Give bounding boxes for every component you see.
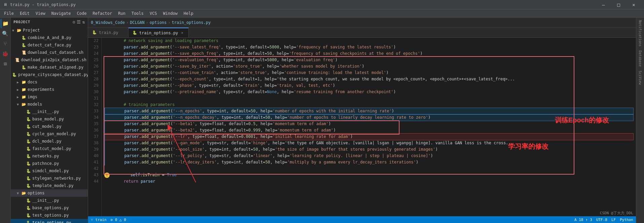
- tree-label-11: __init__.py: [32, 109, 59, 114]
- editor-area: 2223242526272829303132333435363738394041…: [88, 38, 636, 223]
- sidebar-tree-item-1[interactable]: 🐍combine_A_and_B.py: [11, 34, 88, 41]
- tab-train-py-icon: 🐍: [92, 30, 97, 35]
- menu-code[interactable]: Code: [74, 10, 89, 16]
- tab-train-options-close[interactable]: ✕: [180, 30, 185, 35]
- tab-train-py[interactable]: 🐍 train.py: [88, 28, 128, 37]
- sidebar-tree-item-8[interactable]: ▶📁experiments: [11, 86, 88, 93]
- activity-git[interactable]: ⑂: [1, 39, 10, 48]
- sidebar-tree-item-4[interactable]: 📜download_pix2pix_dataset.sh: [11, 56, 88, 64]
- sidebar-tree-item-21[interactable]: 🐍template_model.py: [11, 182, 88, 189]
- tree-icon-2: 🐍: [22, 43, 26, 47]
- menu-window[interactable]: Window: [160, 10, 180, 16]
- sidebar-tree-item-22[interactable]: ▼📂options: [11, 189, 88, 197]
- tree-icon-11: 🐍: [26, 110, 31, 114]
- breadcrumb-file[interactable]: train_options.py: [172, 20, 211, 25]
- line-num-35: 35: [88, 121, 99, 127]
- breadcrumb-dclgan[interactable]: DCLGAN: [130, 20, 144, 25]
- activity-extensions[interactable]: ⊞: [1, 59, 10, 69]
- sidebar-tree-item-26[interactable]: 🐍train_options.py: [11, 219, 88, 223]
- sidebar-tree-item-12[interactable]: 🐍base_model.py: [11, 115, 88, 123]
- close-button[interactable]: ✕: [626, 0, 641, 9]
- menu-navigate[interactable]: Navigate: [49, 10, 74, 16]
- line-num-29: 29: [88, 82, 99, 89]
- title-bar: 🖥 train.py - train_options.py — □ ✕: [0, 0, 644, 9]
- tab-bar: 🐍 train.py 🐍 train_options.py ✕: [88, 28, 636, 38]
- tree-label-2: detect_cat_face.py: [28, 43, 71, 47]
- activity-search[interactable]: 🔍: [1, 29, 10, 38]
- sidebar-tree-item-23[interactable]: 🐍__init__.py: [11, 197, 88, 204]
- menu-view[interactable]: View: [33, 10, 48, 16]
- status-left: ⑂ train ⊘ 0 △ 0: [91, 218, 126, 222]
- menu-edit[interactable]: Edit: [17, 10, 32, 16]
- breadcrumb-root[interactable]: 0_Windows_Code: [91, 20, 125, 25]
- code-line-32: # training parameters: [104, 102, 633, 108]
- maximize-button[interactable]: □: [611, 0, 626, 9]
- tree-arrow-9: ▶: [17, 95, 21, 99]
- tree-arrow-22: ▼: [17, 191, 21, 195]
- line-num-43: 43: [88, 172, 99, 178]
- tree-icon-15: 🐍: [26, 139, 31, 144]
- menu-file[interactable]: File: [1, 10, 16, 16]
- code-line-23: parser.add_argument('--save_latest_freq'…: [104, 44, 633, 50]
- activity-debug[interactable]: 🐞: [1, 49, 10, 59]
- sidebar-tree: ▼📂Project🐍combine_A_and_B.py🐍detect_cat_…: [11, 27, 88, 223]
- sidebar-tree-item-11[interactable]: 🐍__init__.py: [11, 108, 88, 115]
- sidebar-tree-item-25[interactable]: 🐍test_options.py: [11, 212, 88, 219]
- tab-train-options-py-icon: 🐍: [132, 31, 137, 35]
- status-git-branch[interactable]: ⑂ train: [91, 218, 107, 222]
- sidebar-tree-item-3[interactable]: 📜download_cut_dataset.sh: [11, 49, 88, 56]
- sidebar-tree-item-5[interactable]: 🐍make_dataset_aligned.py: [11, 64, 88, 71]
- line-num-38: 38: [88, 140, 99, 146]
- breadcrumb-sep-1: ›: [126, 20, 128, 25]
- tree-label-6: prepare_cityscapes_dataset.py: [18, 72, 88, 77]
- sidebar-tree-item-0[interactable]: ▼📂Project: [11, 27, 88, 34]
- sidebar-tree-item-20[interactable]: 🐍stylegan_networks.py: [11, 175, 88, 182]
- line-num-40: 40: [88, 153, 99, 159]
- menu-refactor[interactable]: Refactor: [90, 10, 115, 16]
- sidebar-tree-item-13[interactable]: 🐍cut_model.py: [11, 123, 88, 130]
- tab-train-options-py[interactable]: 🐍 train_options.py ✕: [128, 28, 189, 37]
- sidebar-tree-item-17[interactable]: 🐍networks.py: [11, 152, 88, 160]
- menu-run[interactable]: Run: [115, 10, 128, 16]
- right-notifications[interactable]: Notifications: [637, 19, 643, 48]
- tree-label-25: test_options.py: [32, 213, 69, 218]
- sidebar-tree-item-10[interactable]: ▼📂models: [11, 101, 88, 108]
- right-sciview[interactable]: SciView: [637, 69, 643, 86]
- tree-arrow-7: ▶: [17, 80, 21, 84]
- sidebar-collapse-icon[interactable]: ☰: [77, 20, 81, 25]
- line-num-39: 39: [88, 146, 99, 153]
- tree-icon-6: 🐍: [12, 73, 17, 77]
- right-database[interactable]: Database: [637, 49, 643, 68]
- activity-project[interactable]: 📁: [1, 19, 10, 28]
- tree-icon-0: 📂: [17, 28, 22, 33]
- code-container[interactable]: 2223242526272829303132333435363738394041…: [88, 38, 636, 223]
- menu-help[interactable]: Help: [181, 10, 196, 16]
- menu-bar: File Edit View Navigate Code Refactor Ru…: [0, 9, 644, 17]
- sidebar-tree-item-18[interactable]: 🐍patchnce.py: [11, 160, 88, 167]
- sidebar-tree-item-7[interactable]: ▶📁docs: [11, 78, 88, 86]
- code-line-37: parser.add_argument('--lr', type=float, …: [104, 134, 633, 140]
- sidebar-tree-item-15[interactable]: 🐍dcl_model.py: [11, 138, 88, 145]
- sidebar-sort-icon[interactable]: ⇅: [82, 20, 85, 25]
- breadcrumb-options[interactable]: options: [150, 20, 167, 25]
- sidebar-tree-item-6[interactable]: 🐍prepare_cityscapes_dataset.py: [11, 71, 88, 78]
- sidebar-tree-item-14[interactable]: 🐍cycle_gan_model.py: [11, 130, 88, 138]
- tree-label-12: base_model.py: [32, 117, 64, 121]
- sidebar-tree-item-16[interactable]: 🐍fastcut_model.py: [11, 145, 88, 152]
- line-num-34: 34: [88, 114, 99, 121]
- minimize-button[interactable]: —: [596, 0, 611, 9]
- sidebar-tree-item-2[interactable]: 🐍detect_cat_face.py: [11, 41, 88, 49]
- sidebar-tree-item-9[interactable]: ▶📁imgs: [11, 93, 88, 101]
- sidebar-tree-item-19[interactable]: 🐍simdcl_model.py: [11, 167, 88, 175]
- code-line-36: parser.add_argument('--beta2', type=floa…: [104, 127, 633, 134]
- tab-train-options-py-label: train_options.py: [139, 31, 178, 35]
- menu-tools[interactable]: Tools: [129, 10, 146, 16]
- tree-icon-25: 🐍: [26, 213, 31, 218]
- code-content[interactable]: # network saving and loading parameters …: [102, 38, 636, 223]
- tree-arrow-0: ▼: [12, 29, 16, 32]
- sidebar-tree-item-24[interactable]: 🐍base_options.py: [11, 204, 88, 212]
- sidebar-settings-icon[interactable]: ⚙: [73, 20, 75, 25]
- menu-vcs[interactable]: VCS: [147, 10, 160, 16]
- title-bar-icons: 🖥: [3, 2, 7, 7]
- activity-bar: 📁 🔍 ⑂ 🐞 ⊞: [0, 17, 11, 223]
